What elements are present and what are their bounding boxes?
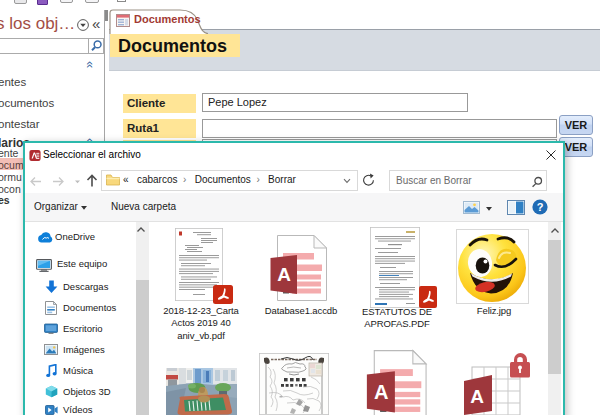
svg-text:A: A [470,386,484,407]
svg-text:?: ? [537,201,544,213]
svg-text:A: A [277,264,291,285]
svg-text:A: A [374,381,389,403]
